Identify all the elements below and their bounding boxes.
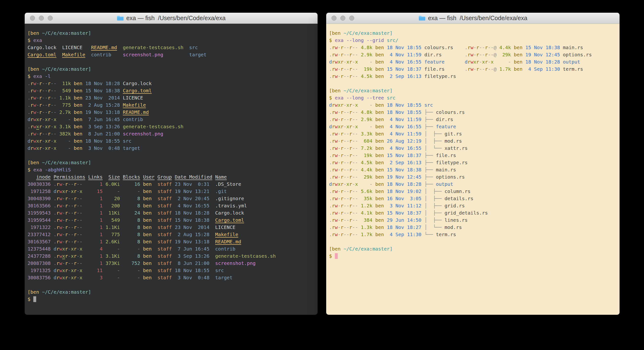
- terminal-line: $: [329, 252, 620, 260]
- title-group: exa — fish /Users/ben/Code/exa/exa: [418, 14, 527, 22]
- terminal-line: drwxr-xr-x - ben 4 Nov 16:55 feature drw…: [329, 58, 620, 66]
- terminal-line: 20087308 .rw-r--r-- 1 373Ki 752 ben staf…: [28, 260, 318, 267]
- terminal-line: .rw-r--r-- 4.5k ben 2 Sep 16:13 ├── file…: [329, 159, 620, 166]
- terminal-window-dark: exa — fish /Users/ben/Code/exa/exa [ben …: [25, 13, 318, 315]
- folder-icon: [418, 15, 426, 21]
- terminal-line: 23377412 .rw-r--r-- 1 775 8 ben staff 2 …: [28, 231, 318, 238]
- terminal-line: drwxr-xr-x - ben 18 Nov 18:55 src: [329, 102, 620, 108]
- terminal-line: .rw-r--r-- 35k ben 16 Nov 3:05 │ ├── det…: [329, 195, 620, 202]
- window-title: exa — fish /Users/ben/Code/exa/exa: [126, 14, 226, 22]
- terminal-line: .rw-r--r-- 382k ben 8 Jun 21:00 screensh…: [28, 130, 318, 137]
- terminal-line: [28, 152, 318, 159]
- terminal-line: 30030336 .rw-r--r-- 1 6.0Ki 16 ben staff…: [28, 180, 318, 188]
- terminal-line: [ben ~/C/e/exa:master]: [329, 245, 620, 252]
- terminal-line: 12375448 drwxr-xr-x 4 - - ben staff 7 Ju…: [28, 245, 318, 252]
- terminal-line: $ exa -abghHliS: [28, 166, 318, 173]
- cursor: [335, 253, 338, 259]
- terminal-line: drwxr-xr-x - ben 4 Nov 16:55 ├── feature: [329, 123, 620, 130]
- terminal-line: [ben ~/C/e/exa:master]: [28, 66, 318, 73]
- terminal-line: .rw-r--r-- 4.5k ben 2 Sep 16:13 filetype…: [329, 73, 620, 80]
- terminal-line: .rw-r--r-- 1.1k ben 23 Nov 2014 LICENCE: [28, 94, 318, 102]
- terminal-line: .rw-r--r-- 19k ben 15 Nov 18:37 ├── file…: [329, 152, 620, 159]
- terminal-line: .rw-r--r-- 4.1k ben 15 Nov 18:37 │ ├── g…: [329, 209, 620, 216]
- minimize-button[interactable]: [340, 16, 345, 20]
- terminal-line: .rw-r--r-- 29k ben 19 Nov 12:45 ├── opti…: [329, 173, 620, 180]
- terminal-line: .rw-r--r-- 775 ben 2 Aug 15:28 Makefile: [28, 102, 318, 108]
- terminal-line: drwxr-xr-x - ben 7 Jun 16:45 contrib: [28, 116, 318, 123]
- terminal-line: .rw-r--r-- 2.9k ben 4 Nov 11:59 dir.rs .…: [329, 51, 620, 58]
- terminal-line: .rw-r--r-- 549 ben 15 Nov 18:38 Cargo.to…: [28, 87, 318, 94]
- terminal-line: [28, 58, 318, 66]
- terminal-line: 1971322 .rw-r--r-- 1 1.1Ki 8 ben staff 2…: [28, 224, 318, 231]
- cursor: [33, 296, 36, 302]
- terminal-line: [ben ~/C/e/exa:master]: [28, 288, 318, 296]
- terminal-line: .rw-r--r-- 1.2k ben 3 Nov 11:12 │ ├── gr…: [329, 202, 620, 209]
- terminal-line: 24377288 .rwxr-xr-x 1 3.1Ki 8 ben staff …: [28, 252, 318, 260]
- terminal-line: .rw-r--r-- 2.7k ben 19 Nov 13:18 README.…: [28, 108, 318, 116]
- terminal-line: .rw-r--r-- 604 ben 26 Aug 12:19 │ ├── mo…: [329, 137, 620, 144]
- terminal-line: [329, 238, 620, 245]
- title-group: exa — fish /Users/ben/Code/exa/exa: [117, 14, 226, 22]
- terminal-line: .rw-r--r-- 5.6k ben 18 Nov 19:02 │ ├── c…: [329, 188, 620, 195]
- folder-icon: [117, 15, 124, 21]
- title-bar[interactable]: exa — fish /Users/ben/Code/exa/exa: [25, 13, 318, 24]
- terminal-line: .rw-r--r-- 1.7k ben 4 Sep 11:30 └── term…: [329, 231, 620, 238]
- terminal-screen[interactable]: [ben ~/C/e/exa:master]$ exa --long --gri…: [326, 24, 620, 315]
- terminal-line: .rw-r--r-- 11k ben 18 Nov 18:28 Cargo.lo…: [28, 80, 318, 87]
- terminal-line: .rw-r--r-- 4.8k ben 18 Nov 18:55 ├── col…: [329, 108, 620, 116]
- terminal-line: $ exa --long --tree src: [329, 94, 620, 102]
- terminal-line: $ exa --long --grid src/: [329, 37, 620, 44]
- terminal-line: [ben ~/C/e/exa:master]: [329, 30, 620, 37]
- terminal-line: .rw-r--r-- 7.2k ben 4 Nov 16:55 │ └── xa…: [329, 144, 620, 152]
- terminal-line: $ exa -l: [28, 73, 318, 80]
- terminal-line: .rw-r--r-- 19k ben 15 Nov 18:37 file.rs …: [329, 66, 620, 73]
- terminal-line: .rwxr-xr-x 3.1k ben 3 Sep 13:26 generate…: [28, 123, 318, 130]
- window-controls: [30, 13, 53, 24]
- terminal-line: [28, 281, 318, 288]
- terminal-line: .rw-r--r-- 384 ben 29 Jun 14:50 │ ├── li…: [329, 216, 620, 224]
- terminal-line: [ben ~/C/e/exa:master]: [329, 87, 620, 94]
- terminal-line: [329, 80, 620, 87]
- window-controls: [332, 13, 354, 24]
- zoom-button[interactable]: [349, 16, 354, 20]
- close-button[interactable]: [332, 16, 336, 20]
- terminal-line: 30048390 .rw-r--r-- 1 20 8 ben staff 2 N…: [28, 195, 318, 202]
- terminal-line: Cargo.toml Makefile contrib screenshot.p…: [28, 51, 318, 58]
- close-button[interactable]: [30, 16, 35, 20]
- terminal-line: 31959544 .rw-r--r-- 1 549 8 ben staff 15…: [28, 216, 318, 224]
- window-title: exa — fish /Users/ben/Code/exa/exa: [428, 14, 527, 22]
- terminal-line: [ben ~/C/e/exa:master]: [28, 30, 318, 37]
- terminal-line: 30163567 .rw-r--r-- 1 2.6Ki 8 ben staff …: [28, 238, 318, 245]
- terminal-line: .rw-r--r-- 2.9k ben 4 Nov 11:59 ├── dir.…: [329, 116, 620, 123]
- terminal-line: .rw-r--r-- 4.8k ben 18 Nov 18:55 colours…: [329, 44, 620, 51]
- terminal-line: Cargo.lock LICENCE README.md generate-te…: [28, 44, 318, 51]
- terminal-window-light: exa — fish /Users/ben/Code/exa/exa [ben …: [326, 13, 620, 315]
- terminal-line: drwxr-xr-x - ben 3 Nov 0:48 target: [28, 144, 318, 152]
- terminal-line: [ben ~/C/e/exa:master]: [28, 159, 318, 166]
- terminal-line: drwxr-xr-x - ben 18 Nov 18:55 src: [28, 137, 318, 144]
- desktop: exa — fish /Users/ben/Code/exa/exa [ben …: [0, 0, 644, 350]
- terminal-line: 1971325 drwxr-xr-x 11 - - ben staff 18 N…: [28, 267, 318, 274]
- terminal-line: 30163566 .rw-r--r-- 1 200 8 ben staff 4 …: [28, 202, 318, 209]
- terminal-line: 31959543 .rw-r--r-- 1 11Ki 24 ben staff …: [28, 209, 318, 216]
- terminal-line: 30083756 drwxr-xr-x 3 - - ben staff 3 No…: [28, 274, 318, 281]
- terminal-line: .rw-r--r-- 1.3k ben 18 Nov 18:27 │ └── m…: [329, 224, 620, 231]
- zoom-button[interactable]: [48, 16, 53, 20]
- terminal-line: $: [28, 296, 318, 303]
- terminal-line: $ exa: [28, 37, 318, 44]
- title-bar[interactable]: exa — fish /Users/ben/Code/exa/exa: [326, 13, 620, 24]
- terminal-line: .rw-r--r-- 4.4k ben 15 Nov 18:38 ├── mai…: [329, 166, 620, 173]
- terminal-line: .rw-r--r-- 3.3k ben 4 Nov 11:59 │ ├── gi…: [329, 130, 620, 137]
- terminal-line: drwxr-xr-x - ben 18 Nov 18:28 ├── output: [329, 180, 620, 188]
- minimize-button[interactable]: [39, 16, 44, 20]
- terminal-line: 1971258 drwxr-xr-x 15 - - ben staff 19 N…: [28, 188, 318, 195]
- terminal-line: inode Permissions Links Size Blocks User…: [28, 173, 318, 180]
- terminal-screen[interactable]: [ben ~/C/e/exa:master]$ exaCargo.lock LI…: [25, 24, 318, 315]
